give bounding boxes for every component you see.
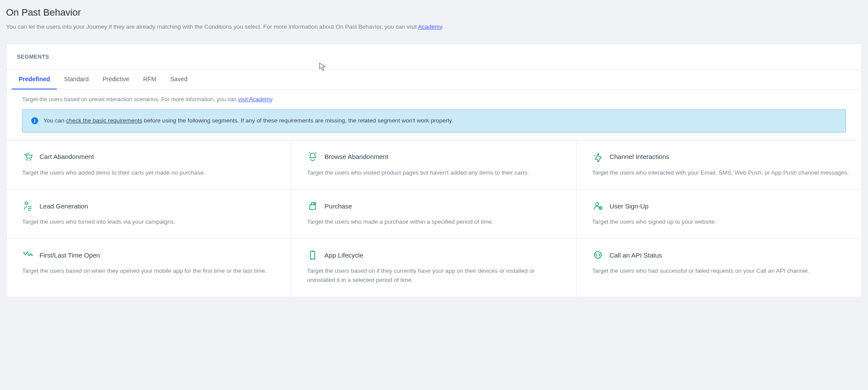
- scenario-desc: Target the users who signed up to your w…: [592, 218, 849, 226]
- info-after: before using the following segments. If …: [142, 117, 453, 124]
- bag-icon: [307, 200, 318, 212]
- bell-icon: [307, 151, 318, 162]
- info-text: You can check the basic requirements bef…: [43, 117, 453, 125]
- scenario-title: Channel Interactions: [610, 152, 670, 161]
- scenario-title: Lead Generation: [40, 202, 88, 211]
- visit-academy-link[interactable]: visit Academy: [238, 96, 272, 102]
- scenario-channel-interactions[interactable]: Channel Interactions Target the users wh…: [577, 140, 861, 189]
- scenario-browse-abandonment[interactable]: Browse Abandonment Target the users who …: [291, 140, 576, 189]
- page-subtitle-after: .: [442, 23, 444, 30]
- tab-desc-before: Target the users based on preset interac…: [22, 96, 238, 102]
- scenario-desc: Target the users who turned into leads v…: [22, 218, 279, 226]
- page-subtitle-before: You can let the users into your Journey …: [6, 23, 418, 30]
- scenario-lead-generation[interactable]: Lead Generation Target the users who tur…: [7, 189, 291, 238]
- scenario-app-lifecycle[interactable]: App Lifecycle Target the users based on …: [291, 238, 576, 297]
- scenario-title: Purchase: [324, 202, 352, 211]
- tab-standard[interactable]: Standard: [57, 70, 96, 89]
- api-icon: [592, 249, 604, 261]
- tab-desc-after: .: [272, 96, 274, 102]
- scenario-grid: Cart Abandonment Target the users who ad…: [7, 140, 861, 297]
- page-title: On Past Behavior: [6, 6, 862, 20]
- phone-icon: [307, 249, 318, 261]
- scenario-title: First/Last Time Open: [40, 251, 100, 260]
- basic-requirements-link[interactable]: check the basic requirements: [66, 117, 142, 124]
- scenario-first-last-open[interactable]: First/Last Time Open Target the users ba…: [7, 238, 291, 297]
- scenario-purchase[interactable]: Purchase Target the users who made a pur…: [291, 189, 576, 238]
- user-add-icon: [592, 200, 604, 212]
- scenario-desc: Target the users who made a purchase wit…: [307, 218, 564, 226]
- scenario-call-an-api-status[interactable]: Call an API Status Target the users who …: [577, 238, 861, 297]
- info-before: You can: [43, 117, 66, 124]
- academy-link[interactable]: Academy: [418, 23, 442, 30]
- tab-description: Target the users based on preset interac…: [7, 89, 861, 109]
- tab-predictive[interactable]: Predictive: [96, 70, 136, 89]
- scenario-title: Call an API Status: [610, 251, 662, 260]
- tab-rfm[interactable]: RFM: [136, 70, 163, 89]
- info-icon: i: [31, 117, 38, 124]
- spark-icon: [592, 151, 604, 162]
- cart-icon: [22, 151, 33, 162]
- segments-card: SEGMENTS Predefined Standard Predictive …: [6, 43, 862, 297]
- scenario-title: App Lifecycle: [324, 251, 363, 260]
- scenario-title: User Sign-Up: [610, 202, 649, 211]
- scenario-user-sign-up[interactable]: User Sign-Up Target the users who signed…: [577, 189, 861, 238]
- tab-saved[interactable]: Saved: [163, 70, 195, 89]
- tabs: Predefined Standard Predictive RFM Saved: [7, 70, 861, 89]
- lead-icon: [22, 200, 33, 212]
- scenario-desc: Target the users who had successful or f…: [592, 267, 849, 275]
- scenario-title: Cart Abandonment: [40, 152, 94, 161]
- scenario-desc: Target the users who visited product pag…: [307, 169, 564, 177]
- scenario-title: Browse Abandonment: [324, 152, 388, 161]
- scenario-desc: Target the users based on when they open…: [22, 267, 279, 275]
- scenario-desc: Target the users who added items to thei…: [22, 169, 279, 177]
- tab-predefined[interactable]: Predefined: [12, 70, 57, 89]
- timeline-icon: [22, 249, 33, 261]
- scenario-desc: Target the users who interacted with you…: [592, 169, 849, 177]
- scenario-desc: Target the users based on if they curren…: [307, 267, 564, 284]
- page-subtitle: You can let the users into your Journey …: [6, 23, 862, 31]
- scenario-cart-abandonment[interactable]: Cart Abandonment Target the users who ad…: [7, 140, 291, 189]
- segments-header: SEGMENTS: [7, 44, 861, 70]
- info-banner: i You can check the basic requirements b…: [22, 109, 846, 132]
